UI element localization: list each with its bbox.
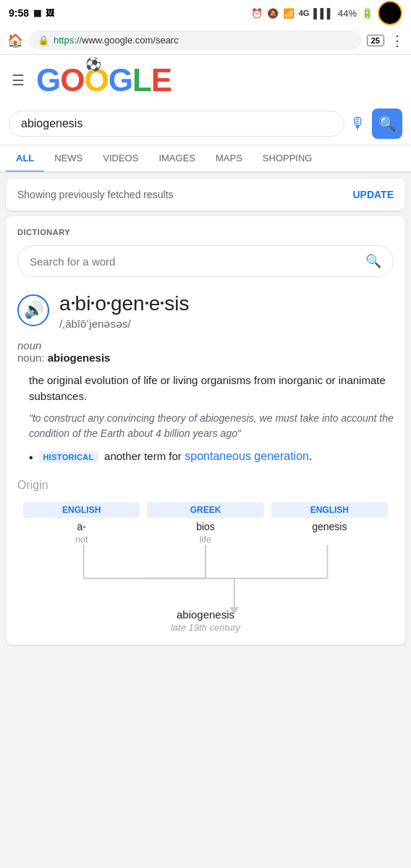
- logo-g2: G: [109, 62, 132, 98]
- historical-tag: HISTORICAL: [39, 451, 98, 463]
- time-display: 9:58: [9, 7, 29, 19]
- svg-marker-6: [229, 607, 239, 615]
- update-button[interactable]: UPDATE: [352, 189, 394, 200]
- search-button[interactable]: 🔍: [372, 109, 402, 139]
- logo-o2: O⚽: [84, 62, 108, 98]
- search-input[interactable]: [9, 111, 344, 137]
- user-avatar[interactable]: [378, 1, 402, 25]
- logo-e: E: [151, 62, 171, 98]
- synonym-link[interactable]: spontaneous generation: [185, 450, 309, 462]
- pos-detail: noun: abiogenesis: [17, 352, 394, 364]
- historical-text: another term for: [104, 450, 182, 462]
- etym-meaning-not: not: [23, 534, 140, 545]
- tab-count[interactable]: 25: [367, 35, 384, 46]
- etym-word-a: a-: [23, 521, 140, 532]
- etym-col-english1: ENGLISH a- not: [23, 502, 140, 545]
- tab-all[interactable]: ALL: [6, 145, 44, 173]
- logo-l: L: [132, 62, 151, 98]
- signal-icon: ▌▌▌: [313, 8, 334, 19]
- tab-shopping[interactable]: SHOPPING: [253, 145, 323, 173]
- definition-text: the original evolution of life or living…: [29, 373, 394, 405]
- address-bar: 🏠 🔒 https://www.google.com/searc 25 ⋮: [0, 26, 411, 55]
- final-word-date: late 19th century: [23, 622, 388, 633]
- url-box[interactable]: 🔒 https://www.google.com/searc: [29, 30, 361, 50]
- dictionary-search-box[interactable]: 🔍: [17, 245, 394, 277]
- speaker-button[interactable]: 🔊: [17, 294, 49, 326]
- image-icon: 🖼: [46, 8, 54, 18]
- status-bar: 9:58 ▦ 🖼 ⏰ 🔕 📶 4G ▌▌▌ 44% 🔋: [0, 0, 411, 26]
- etym-word-genesis: genesis: [271, 521, 388, 532]
- pos-detail-word: abiogenesis: [48, 352, 111, 364]
- tree-svg: [23, 545, 388, 621]
- etymology-tree: ENGLISH a- not GREEK bios life ENGLISH g…: [17, 502, 394, 633]
- google-header: ☰ GOO⚽GLE: [0, 55, 411, 103]
- etym-col-greek: GREEK bios life: [147, 502, 263, 545]
- network-label: 4G: [299, 9, 310, 17]
- etym-word-bios: bios: [147, 521, 263, 532]
- search-bar-area: 🎙 🔍: [0, 103, 411, 145]
- sim-icon: ▦: [33, 8, 41, 18]
- dictionary-search-icon: 🔍: [365, 253, 381, 269]
- status-time: 9:58 ▦ 🖼: [9, 7, 54, 19]
- origin-label: Origin: [17, 479, 394, 492]
- word-syllabified: abiogenesis: [59, 292, 189, 316]
- mic-button[interactable]: 🎙: [350, 114, 366, 133]
- logo-g1: G: [36, 62, 60, 98]
- update-message: Showing previously fetched results: [17, 189, 174, 200]
- pos-detail-label: noun:: [17, 352, 45, 364]
- speaker-icon: 🔊: [24, 301, 43, 320]
- tab-news[interactable]: NEWS: [44, 145, 93, 173]
- phonetic-text: /ˌābīōˈjenəsəs/: [59, 318, 189, 331]
- tab-images[interactable]: IMAGES: [148, 145, 206, 173]
- update-bar: Showing previously fetched results UPDAT…: [6, 179, 405, 210]
- mic-icon: 🎙: [350, 114, 366, 132]
- etym-col-english2: ENGLISH genesis: [271, 502, 388, 545]
- tab-maps[interactable]: MAPS: [206, 145, 253, 173]
- wifi-icon: 📶: [283, 8, 295, 19]
- alarm-icon: ⏰: [251, 8, 263, 19]
- origin-section: Origin ENGLISH a- not GREEK bios life EN…: [17, 479, 394, 633]
- home-icon[interactable]: 🏠: [7, 33, 23, 48]
- word-phonetic: abiogenesis /ˌābīōˈjenəsəs/: [59, 292, 189, 331]
- mute-icon: 🔕: [267, 8, 279, 19]
- pos-label: noun: [17, 339, 394, 352]
- url-text: https://www.google.com/searc: [54, 35, 352, 46]
- logo-o1: O: [60, 62, 84, 98]
- tabs-bar: ALL NEWS VIDEOS IMAGES MAPS SHOPPING: [0, 145, 411, 173]
- url-host: www.google.com/searc: [82, 35, 179, 46]
- search-icon: 🔍: [378, 115, 397, 132]
- etym-meaning-life: life: [147, 534, 263, 545]
- definition-quote: "to construct any convincing theory of a…: [29, 411, 394, 441]
- lock-icon: 🔒: [38, 35, 49, 46]
- definition-block: the original evolution of life or living…: [29, 373, 394, 464]
- tab-videos[interactable]: VIDEOS: [93, 145, 148, 173]
- word-header: 🔊 abiogenesis /ˌābīōˈjenəsəs/: [17, 292, 394, 331]
- etym-tag-greek: GREEK: [147, 502, 263, 518]
- pos-section: noun noun: abiogenesis: [17, 339, 394, 364]
- more-options-icon[interactable]: ⋮: [390, 32, 404, 49]
- bullet-icon: •: [29, 451, 33, 464]
- etym-tag-english1: ENGLISH: [23, 502, 140, 518]
- dictionary-search-input[interactable]: [30, 255, 365, 268]
- historical-content: HISTORICAL another term for spontaneous …: [39, 450, 313, 463]
- hamburger-menu-icon[interactable]: ☰: [12, 72, 25, 89]
- battery-level: 44%: [338, 8, 357, 19]
- dictionary-card: DICTIONARY 🔍 🔊 abiogenesis /ˌābīōˈjenəsə…: [6, 216, 405, 644]
- dictionary-label: DICTIONARY: [17, 228, 394, 237]
- url-https: https://: [54, 35, 82, 46]
- historical-item: • HISTORICAL another term for spontaneou…: [29, 450, 394, 464]
- status-icons: ⏰ 🔕 📶 4G ▌▌▌ 44% 🔋: [251, 1, 402, 25]
- etym-tag-english2: ENGLISH: [271, 502, 388, 518]
- tree-lines: [23, 545, 388, 603]
- google-logo: GOO⚽GLE: [36, 62, 171, 98]
- battery-icon: 🔋: [361, 7, 373, 19]
